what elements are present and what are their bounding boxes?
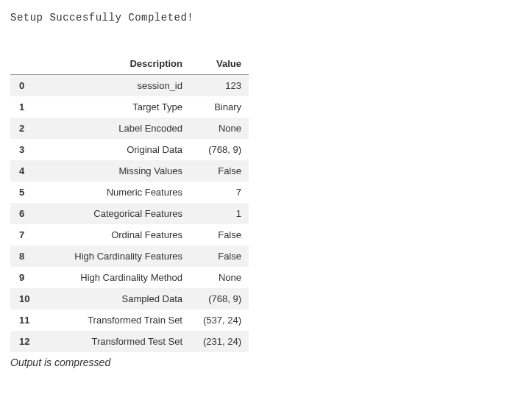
row-description: Missing Values xyxy=(43,160,190,182)
row-value: (768, 9) xyxy=(190,288,249,309)
row-index: 9 xyxy=(10,267,43,288)
row-index: 0 xyxy=(10,75,43,97)
row-index: 11 xyxy=(10,309,43,331)
table-row: 10Sampled Data(768, 9) xyxy=(10,288,249,309)
row-index: 6 xyxy=(10,203,43,224)
table-row: 8High Cardinality FeaturesFalse xyxy=(10,246,249,267)
row-index: 7 xyxy=(10,224,43,246)
table-row: 9High Cardinality MethodNone xyxy=(10,267,249,288)
row-value: False xyxy=(190,246,249,267)
table-row: 4Missing ValuesFalse xyxy=(10,160,249,182)
row-index: 2 xyxy=(10,118,43,139)
row-value: (768, 9) xyxy=(190,139,249,160)
table-row: 11Transformed Train Set(537, 24) xyxy=(10,309,249,331)
row-index: 12 xyxy=(10,331,43,352)
row-value: (231, 24) xyxy=(190,331,249,352)
row-index: 8 xyxy=(10,246,43,267)
row-description: session_id xyxy=(43,75,190,97)
row-value: 123 xyxy=(190,75,249,97)
table-row: 7Ordinal FeaturesFalse xyxy=(10,224,249,246)
col-header-index xyxy=(10,53,43,75)
setup-complete-heading: Setup Succesfully Completed! xyxy=(10,12,522,24)
row-description: Numeric Features xyxy=(43,182,190,203)
row-description: Sampled Data xyxy=(43,288,190,309)
setup-output-table: Description Value 0session_id1231Target … xyxy=(10,53,249,352)
row-description: Original Data xyxy=(43,139,190,160)
row-value: 1 xyxy=(190,203,249,224)
row-index: 4 xyxy=(10,160,43,182)
table-row: 3Original Data(768, 9) xyxy=(10,139,249,160)
row-description: Ordinal Features xyxy=(43,224,190,246)
row-value: 7 xyxy=(190,182,249,203)
row-description: High Cardinality Features xyxy=(43,246,190,267)
row-description: Transformed Test Set xyxy=(43,331,190,352)
row-index: 3 xyxy=(10,139,43,160)
col-header-value: Value xyxy=(190,53,249,75)
table-row: 12Transformed Test Set(231, 24) xyxy=(10,331,249,352)
row-value: False xyxy=(190,224,249,246)
row-description: Transformed Train Set xyxy=(43,309,190,331)
row-description: High Cardinality Method xyxy=(43,267,190,288)
table-row: 5Numeric Features7 xyxy=(10,182,249,203)
row-index: 5 xyxy=(10,182,43,203)
row-value: False xyxy=(190,160,249,182)
row-description: Categorical Features xyxy=(43,203,190,224)
output-compressed-note: Output is compressed xyxy=(10,357,522,368)
row-value: Binary xyxy=(190,96,249,118)
row-value: (537, 24) xyxy=(190,309,249,331)
row-value: None xyxy=(190,118,249,139)
row-index: 10 xyxy=(10,288,43,309)
table-row: 0session_id123 xyxy=(10,75,249,97)
table-row: 1Target TypeBinary xyxy=(10,96,249,118)
row-value: None xyxy=(190,267,249,288)
row-index: 1 xyxy=(10,96,43,118)
table-row: 2Label EncodedNone xyxy=(10,118,249,139)
table-row: 6Categorical Features1 xyxy=(10,203,249,224)
col-header-description: Description xyxy=(43,53,190,75)
row-description: Label Encoded xyxy=(43,118,190,139)
row-description: Target Type xyxy=(43,96,190,118)
